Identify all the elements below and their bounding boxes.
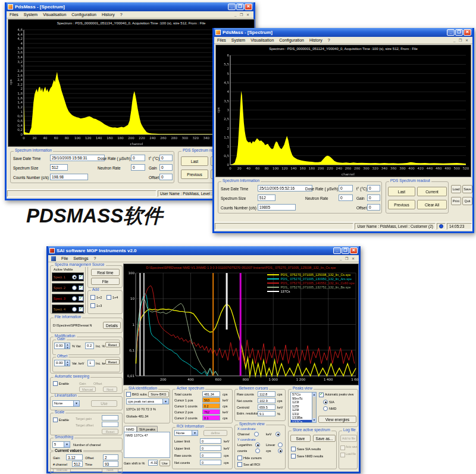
w2-offset-field[interactable]: 0 [367, 204, 380, 211]
w2-maximize-button[interactable] [455, 29, 463, 36]
w3-cps-radio[interactable] [278, 448, 283, 453]
w3-roi-dropdown[interactable]: None [174, 430, 198, 436]
w3-see-all-roi-checkbox[interactable] [237, 462, 242, 467]
w2-previous-button[interactable]: Previous [388, 200, 415, 209]
w3-auto-peaks-checkbox[interactable] [319, 393, 324, 397]
w3-load-file-checkbox[interactable] [340, 453, 345, 457]
w3-offset-inc-field[interactable]: 1 [87, 360, 95, 366]
w3-offset-reset-button[interactable]: Reset [105, 359, 120, 365]
w2-minimize-button[interactable] [447, 29, 455, 36]
w1-close-button[interactable] [245, 4, 252, 10]
w3-smoothing-dropdown[interactable]: 5 [52, 441, 70, 448]
w3-roi-lower-field[interactable]: 0 [200, 438, 221, 444]
w3-linear-radio[interactable] [278, 442, 283, 447]
w3-spect3-visible-checkbox[interactable] [79, 296, 83, 301]
w3-gain-shift-field[interactable]: -4.32 [148, 460, 158, 466]
w2-neutron-field[interactable]: 0 [339, 194, 353, 201]
w1-maximize-button[interactable] [236, 4, 244, 10]
w3-linearisation-use-button[interactable]: Use [91, 400, 117, 407]
w2-menu-files[interactable]: Files [217, 38, 226, 42]
w1-last-button[interactable]: Last [181, 156, 208, 166]
w3-view-energies-button[interactable]: View energies [318, 416, 356, 423]
w3-menu-settings[interactable]: Settings [73, 256, 88, 260]
w3-sweeping-manual-button[interactable]: Manual [79, 387, 96, 392]
w2-dose-field[interactable]: 0 [339, 185, 353, 192]
w3-spect4-visible-checkbox[interactable] [79, 307, 83, 312]
w2-mdi-controls-icon[interactable] [453, 38, 469, 42]
w3-sweeping-enable-checkbox[interactable] [53, 381, 58, 386]
w2-menu-visualisation[interactable]: Visualisation [250, 38, 274, 42]
w3-offset-spinner[interactable] [65, 360, 70, 366]
w1-menu-help[interactable]: ? [120, 12, 123, 17]
w3-gain-reset-button[interactable]: Reset [105, 342, 120, 347]
w3-tab-sia-peaks[interactable]: SIA peaks [137, 426, 158, 432]
w2-counts-field[interactable]: 19805 [258, 204, 296, 211]
w3-kev-radio[interactable] [275, 432, 280, 437]
w3-save-nmd-checkbox[interactable] [291, 454, 296, 459]
w3-peaks-nmd-radio[interactable] [323, 406, 328, 411]
w2-menu-system[interactable]: System [231, 38, 245, 42]
w3-details-button[interactable]: Details [103, 322, 121, 329]
w1-menu-configuration[interactable]: Configuration [71, 12, 96, 17]
w3-bkg-subs-checkbox[interactable] [126, 392, 131, 397]
w3-file-button[interactable]: File [91, 278, 120, 285]
w3-spect1-visible-checkbox[interactable] [79, 275, 83, 280]
w3-gain-spinner[interactable] [65, 343, 70, 349]
w3-gain-value-field[interactable]: 0.00 [54, 343, 65, 349]
w1-mdi-controls-icon[interactable] [234, 12, 250, 17]
w3-spect1-active-radio[interactable] [72, 275, 77, 280]
w3-logarithm-radio[interactable] [255, 442, 260, 447]
w1-gain-field[interactable]: 0 [159, 164, 173, 171]
w3-counts-radio[interactable] [255, 448, 260, 453]
w3-add-to-file-button[interactable]: Add to file [340, 435, 357, 442]
w3-peaks-listbox[interactable]: 57Co 99mTc 123I 125I 129I 131I 133Ba 137… [290, 392, 317, 423]
w3-spect2-active-radio[interactable] [72, 285, 77, 290]
w2-menu-configuration[interactable]: Configuration [279, 38, 304, 42]
w3-realtime-button[interactable]: Real time [91, 269, 120, 276]
w3-spect4-active-radio[interactable] [72, 307, 77, 312]
w2-load-button[interactable]: Load [451, 185, 461, 193]
w2-gain-field[interactable]: 0 [367, 194, 380, 201]
w3-mdi-controls-icon[interactable] [340, 256, 356, 260]
w3-scale-reset-button[interactable]: Reset [102, 429, 118, 434]
w2-current-button[interactable]: Current [417, 187, 447, 196]
w2-temp-field[interactable]: 0 [367, 185, 380, 192]
w1-menu-history[interactable]: History [102, 12, 115, 17]
w3-menu-help[interactable]: ? [94, 256, 96, 260]
w3-add-1-3-checkbox[interactable] [90, 303, 95, 308]
w3-roi-define-button[interactable]: define [203, 430, 227, 436]
w1-menu-files[interactable]: Files [10, 12, 18, 17]
w1-neutron-field[interactable]: 0 [131, 164, 145, 171]
w3-hide-cursors-checkbox[interactable] [237, 456, 242, 460]
w2-menu-help[interactable]: ? [328, 38, 330, 42]
w1-size-field[interactable]: 512 [50, 164, 68, 171]
w2-last-button[interactable]: Last [388, 187, 415, 196]
w1-minimize-button[interactable] [228, 4, 236, 10]
w1-temp-field[interactable]: 0 [159, 155, 173, 161]
w3-target-gain-field[interactable] [102, 415, 118, 420]
w2-quit-button[interactable]: Quit [462, 197, 472, 205]
w3-target-offset-field[interactable] [102, 422, 118, 427]
w2-size-field[interactable]: 512 [258, 194, 275, 201]
w3-maximize-button[interactable] [342, 247, 349, 254]
w3-save-as-button[interactable]: Save as... [313, 435, 336, 442]
w3-tab-nmd[interactable]: NMD [124, 426, 137, 432]
w1-menu-visualisation[interactable]: Visualisation [43, 12, 66, 17]
w3-gain-shift-use-button[interactable]: Use [159, 460, 170, 466]
w3-add-1-4-checkbox[interactable] [107, 295, 111, 300]
w3-peaks-scrollbar[interactable] [312, 393, 316, 422]
w3-sweeping-next-button[interactable]: Next [103, 387, 117, 392]
w1-dose-field[interactable]: 0 [131, 155, 145, 161]
w1-offset-field[interactable]: 0 [159, 174, 173, 180]
w3-save-button[interactable]: Save [290, 435, 311, 442]
w2-titlebar[interactable]: PdsMass - [Spectrum] [214, 28, 472, 37]
w1-previous-button[interactable]: Previous [181, 169, 208, 179]
w3-offset-value-field[interactable]: 0.00 [54, 360, 65, 366]
w1-save-date-field[interactable]: 25/10/2005 15:58:31 [50, 155, 105, 161]
w2-close-button[interactable] [464, 29, 471, 36]
w3-save-sia-checkbox[interactable] [291, 447, 296, 451]
w1-menu-system[interactable]: System [24, 12, 37, 17]
w3-menu-file[interactable]: File [61, 256, 68, 260]
w2-save-date-field[interactable]: 25/11/2005 05:52:16 [258, 185, 312, 192]
w3-peaks-sia-radio[interactable] [323, 400, 328, 404]
